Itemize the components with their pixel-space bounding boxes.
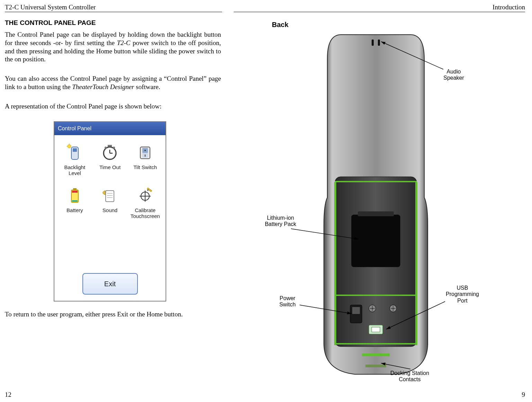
callout-docking-contacts: Docking Station Contacts — [379, 370, 441, 383]
callout-battery-pack: Lithium-ion Battery Pack — [256, 215, 305, 228]
crosshair-icon — [135, 186, 155, 205]
battery-icon: - — [65, 186, 85, 205]
svg-text:-: - — [74, 191, 75, 194]
svg-rect-38 — [334, 182, 336, 345]
exit-button-label: Exit — [104, 280, 116, 288]
callout-usb-port: USB Programming Port — [436, 285, 488, 304]
svg-rect-1 — [73, 148, 77, 152]
page-left: T2-C Universal System Controller THE CON… — [0, 0, 227, 402]
svg-point-15 — [144, 150, 146, 151]
cp-item-label: Calibrate Touchscreen — [131, 207, 160, 219]
para2-em: TheaterTouch Designer — [72, 83, 134, 90]
cp-item-label: Sound — [103, 207, 117, 213]
svg-rect-42 — [358, 211, 394, 216]
svg-rect-20 — [72, 200, 78, 202]
svg-rect-37 — [335, 343, 417, 344]
footer-left: 12 — [5, 391, 11, 399]
svg-rect-40 — [362, 353, 390, 356]
paragraph-3: A representation of the Control Panel pa… — [5, 102, 221, 111]
callout-power-switch: Power Switch — [272, 295, 303, 308]
section-heading: THE CONTROL PANEL PAGE — [5, 19, 96, 27]
svg-rect-35 — [335, 181, 417, 182]
para1-em1: T2-C — [117, 39, 130, 46]
svg-rect-32 — [372, 40, 374, 46]
figure-title-back: Back — [272, 21, 289, 29]
svg-marker-26 — [103, 191, 105, 195]
cp-item-timeout[interactable]: Time Out — [92, 143, 128, 176]
header-right-text: Introduction — [493, 3, 525, 11]
svg-rect-39 — [415, 182, 417, 345]
svg-point-11 — [113, 147, 115, 149]
svg-rect-41 — [352, 215, 400, 267]
svg-point-2 — [68, 145, 71, 148]
cp-item-backlight[interactable]: Backlight Level — [57, 143, 92, 176]
sound-icon — [100, 186, 119, 205]
callout-audio-speaker: Audio Speaker — [435, 69, 473, 81]
cp-item-calibrate[interactable]: Calibrate Touchscreen — [127, 186, 163, 219]
svg-rect-36 — [335, 295, 417, 296]
cp-item-label: Battery — [66, 207, 83, 213]
paragraph-1: The Control Panel page can be displayed … — [5, 30, 221, 63]
cp-item-battery[interactable]: - Battery — [57, 186, 92, 219]
svg-rect-9 — [108, 145, 112, 147]
header-rule-left — [5, 12, 222, 12]
paragraph-4: To return to the user program, either pr… — [5, 310, 221, 318]
header-left-text: T2-C Universal System Controller — [5, 3, 96, 11]
svg-rect-53 — [365, 365, 386, 367]
svg-rect-44 — [352, 307, 360, 314]
para2-part-b: software. — [134, 83, 160, 90]
control-panel-figure: Control Panel Backlight Level — [54, 121, 166, 302]
remote-icon — [65, 143, 85, 162]
svg-rect-33 — [378, 40, 380, 46]
svg-rect-52 — [372, 327, 380, 332]
page-right: Introduction Back — [227, 0, 532, 402]
cp-item-label: Time Out — [99, 164, 121, 170]
svg-rect-22 — [106, 191, 114, 202]
footer-right: 9 — [522, 391, 525, 399]
svg-point-10 — [105, 147, 107, 149]
switch-icon — [135, 143, 155, 162]
cp-item-tilt[interactable]: Tilt Switch — [127, 143, 163, 176]
control-panel-grid: Backlight Level Time Out — [54, 135, 166, 219]
header-row-left: T2-C Universal System Controller — [5, 3, 222, 11]
paragraph-2: You can also access the Control Panel pa… — [5, 75, 221, 91]
header-rule-right — [234, 12, 525, 12]
cp-item-label: Tilt Switch — [133, 164, 157, 170]
cp-item-label: Backlight Level — [64, 164, 85, 176]
header-row-right: Introduction — [234, 3, 525, 11]
control-panel-titlebar: Control Panel — [54, 122, 166, 135]
svg-rect-18 — [73, 188, 77, 190]
clock-icon — [100, 143, 119, 162]
exit-button[interactable]: Exit — [82, 273, 138, 295]
cp-item-sound[interactable]: Sound — [92, 186, 128, 219]
device-back-figure — [313, 31, 438, 378]
